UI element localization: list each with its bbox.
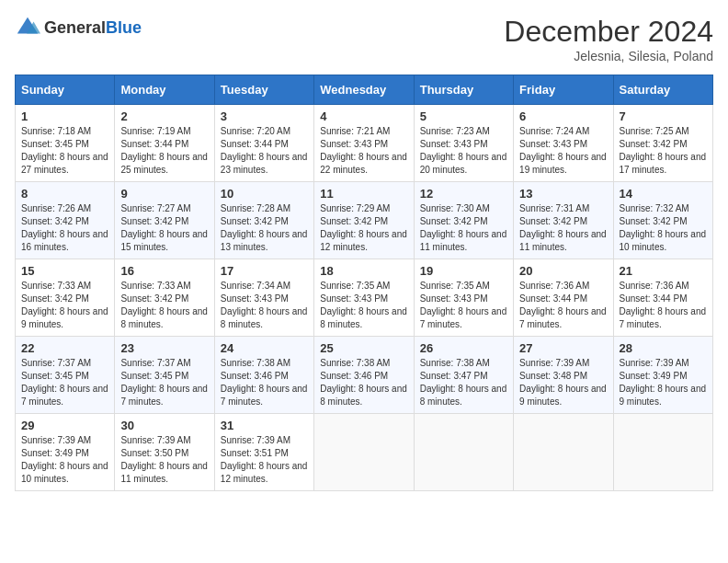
calendar-cell: 13Sunrise: 7:31 AMSunset: 3:42 PMDayligh… xyxy=(514,182,613,259)
day-info: Sunrise: 7:30 AMSunset: 3:42 PMDaylight:… xyxy=(420,202,507,254)
day-info: Sunrise: 7:32 AMSunset: 3:42 PMDaylight:… xyxy=(620,202,707,254)
day-info: Sunrise: 7:39 AMSunset: 3:49 PMDaylight:… xyxy=(21,434,108,486)
day-number: 13 xyxy=(519,187,607,201)
location-title: Jelesnia, Silesia, Poland xyxy=(504,49,713,63)
day-number: 25 xyxy=(320,341,407,355)
day-info: Sunrise: 7:21 AMSunset: 3:43 PMDaylight:… xyxy=(320,125,407,177)
calendar-table: SundayMondayTuesdayWednesdayThursdayFrid… xyxy=(15,75,713,491)
day-number: 11 xyxy=(320,187,407,201)
calendar-cell: 28Sunrise: 7:39 AMSunset: 3:49 PMDayligh… xyxy=(613,337,712,414)
weekday-header-thursday: Thursday xyxy=(414,75,513,105)
day-info: Sunrise: 7:35 AMSunset: 3:43 PMDaylight:… xyxy=(420,280,507,331)
day-number: 14 xyxy=(620,187,707,201)
day-info: Sunrise: 7:38 AMSunset: 3:46 PMDaylight:… xyxy=(320,357,407,408)
calendar-cell: 17Sunrise: 7:34 AMSunset: 3:43 PMDayligh… xyxy=(214,259,313,337)
day-info: Sunrise: 7:20 AMSunset: 3:44 PMDaylight:… xyxy=(221,125,308,177)
day-info: Sunrise: 7:36 AMSunset: 3:44 PMDaylight:… xyxy=(519,280,607,331)
calendar-cell: 16Sunrise: 7:33 AMSunset: 3:42 PMDayligh… xyxy=(115,259,214,337)
day-number: 23 xyxy=(120,341,208,355)
calendar-cell: 6Sunrise: 7:24 AMSunset: 3:43 PMDaylight… xyxy=(514,105,613,182)
calendar-cell: 18Sunrise: 7:35 AMSunset: 3:43 PMDayligh… xyxy=(314,259,414,337)
day-info: Sunrise: 7:39 AMSunset: 3:51 PMDaylight:… xyxy=(221,434,308,486)
logo-text-blue: Blue xyxy=(106,18,142,37)
logo-text-general: General xyxy=(44,18,106,37)
calendar-cell: 4Sunrise: 7:21 AMSunset: 3:43 PMDaylight… xyxy=(314,105,414,182)
day-number: 15 xyxy=(21,264,108,278)
day-number: 1 xyxy=(21,109,108,123)
calendar-cell: 25Sunrise: 7:38 AMSunset: 3:46 PMDayligh… xyxy=(314,337,414,414)
day-info: Sunrise: 7:28 AMSunset: 3:42 PMDaylight:… xyxy=(221,202,308,254)
calendar-week-row: 22Sunrise: 7:37 AMSunset: 3:45 PMDayligh… xyxy=(16,337,713,414)
calendar-cell: 5Sunrise: 7:23 AMSunset: 3:43 PMDaylight… xyxy=(414,105,513,182)
calendar-cell xyxy=(414,414,513,491)
day-number: 6 xyxy=(519,109,607,123)
logo: GeneralBlue xyxy=(15,15,142,40)
day-info: Sunrise: 7:19 AMSunset: 3:44 PMDaylight:… xyxy=(120,125,208,177)
calendar-cell: 15Sunrise: 7:33 AMSunset: 3:42 PMDayligh… xyxy=(16,259,115,337)
day-info: Sunrise: 7:39 AMSunset: 3:48 PMDaylight:… xyxy=(519,357,607,408)
weekday-header-row: SundayMondayTuesdayWednesdayThursdayFrid… xyxy=(16,75,713,105)
day-number: 16 xyxy=(120,264,208,278)
day-number: 20 xyxy=(519,264,607,278)
day-number: 28 xyxy=(620,341,707,355)
calendar-cell: 22Sunrise: 7:37 AMSunset: 3:45 PMDayligh… xyxy=(16,337,115,414)
calendar-cell: 7Sunrise: 7:25 AMSunset: 3:42 PMDaylight… xyxy=(613,105,712,182)
day-info: Sunrise: 7:37 AMSunset: 3:45 PMDaylight:… xyxy=(120,357,208,408)
day-number: 8 xyxy=(21,187,108,201)
day-number: 7 xyxy=(620,109,707,123)
day-info: Sunrise: 7:34 AMSunset: 3:43 PMDaylight:… xyxy=(221,280,308,331)
calendar-week-row: 29Sunrise: 7:39 AMSunset: 3:49 PMDayligh… xyxy=(16,414,713,491)
weekday-header-sunday: Sunday xyxy=(16,75,115,105)
calendar-cell: 21Sunrise: 7:36 AMSunset: 3:44 PMDayligh… xyxy=(613,259,712,337)
logo-icon xyxy=(15,15,40,40)
day-info: Sunrise: 7:37 AMSunset: 3:45 PMDaylight:… xyxy=(21,357,108,408)
calendar-cell: 31Sunrise: 7:39 AMSunset: 3:51 PMDayligh… xyxy=(214,414,313,491)
day-info: Sunrise: 7:36 AMSunset: 3:44 PMDaylight:… xyxy=(620,280,707,331)
day-number: 9 xyxy=(120,187,208,201)
day-number: 26 xyxy=(420,341,507,355)
day-number: 18 xyxy=(320,264,407,278)
day-info: Sunrise: 7:29 AMSunset: 3:42 PMDaylight:… xyxy=(320,202,407,254)
month-title: December 2024 xyxy=(504,15,713,49)
calendar-week-row: 15Sunrise: 7:33 AMSunset: 3:42 PMDayligh… xyxy=(16,259,713,337)
calendar-cell: 24Sunrise: 7:38 AMSunset: 3:46 PMDayligh… xyxy=(214,337,313,414)
calendar-cell: 30Sunrise: 7:39 AMSunset: 3:50 PMDayligh… xyxy=(115,414,214,491)
calendar-cell xyxy=(314,414,414,491)
calendar-cell xyxy=(514,414,613,491)
weekday-header-monday: Monday xyxy=(115,75,214,105)
day-info: Sunrise: 7:23 AMSunset: 3:43 PMDaylight:… xyxy=(420,125,507,177)
calendar-cell xyxy=(613,414,712,491)
weekday-header-saturday: Saturday xyxy=(613,75,712,105)
day-number: 3 xyxy=(221,109,308,123)
calendar-cell: 14Sunrise: 7:32 AMSunset: 3:42 PMDayligh… xyxy=(613,182,712,259)
day-number: 5 xyxy=(420,109,507,123)
day-number: 31 xyxy=(221,419,308,432)
day-info: Sunrise: 7:33 AMSunset: 3:42 PMDaylight:… xyxy=(120,280,208,331)
day-number: 2 xyxy=(120,109,208,123)
header: GeneralBlue December 2024 Jelesnia, Sile… xyxy=(15,15,713,63)
calendar-cell: 2Sunrise: 7:19 AMSunset: 3:44 PMDaylight… xyxy=(115,105,214,182)
weekday-header-wednesday: Wednesday xyxy=(314,75,414,105)
day-info: Sunrise: 7:24 AMSunset: 3:43 PMDaylight:… xyxy=(519,125,607,177)
day-number: 29 xyxy=(21,419,108,432)
day-number: 22 xyxy=(21,341,108,355)
day-number: 4 xyxy=(320,109,407,123)
calendar-cell: 20Sunrise: 7:36 AMSunset: 3:44 PMDayligh… xyxy=(514,259,613,337)
calendar-cell: 12Sunrise: 7:30 AMSunset: 3:42 PMDayligh… xyxy=(414,182,513,259)
calendar-cell: 10Sunrise: 7:28 AMSunset: 3:42 PMDayligh… xyxy=(214,182,313,259)
day-number: 27 xyxy=(519,341,607,355)
day-info: Sunrise: 7:26 AMSunset: 3:42 PMDaylight:… xyxy=(21,202,108,254)
day-number: 19 xyxy=(420,264,507,278)
weekday-header-friday: Friday xyxy=(514,75,613,105)
calendar-cell: 1Sunrise: 7:18 AMSunset: 3:45 PMDaylight… xyxy=(16,105,115,182)
day-info: Sunrise: 7:38 AMSunset: 3:47 PMDaylight:… xyxy=(420,357,507,408)
calendar-cell: 8Sunrise: 7:26 AMSunset: 3:42 PMDaylight… xyxy=(16,182,115,259)
day-number: 17 xyxy=(221,264,308,278)
day-info: Sunrise: 7:33 AMSunset: 3:42 PMDaylight:… xyxy=(21,280,108,331)
day-number: 21 xyxy=(620,264,707,278)
day-info: Sunrise: 7:31 AMSunset: 3:42 PMDaylight:… xyxy=(519,202,607,254)
calendar-cell: 9Sunrise: 7:27 AMSunset: 3:42 PMDaylight… xyxy=(115,182,214,259)
day-number: 10 xyxy=(221,187,308,201)
day-info: Sunrise: 7:18 AMSunset: 3:45 PMDaylight:… xyxy=(21,125,108,177)
day-info: Sunrise: 7:35 AMSunset: 3:43 PMDaylight:… xyxy=(320,280,407,331)
